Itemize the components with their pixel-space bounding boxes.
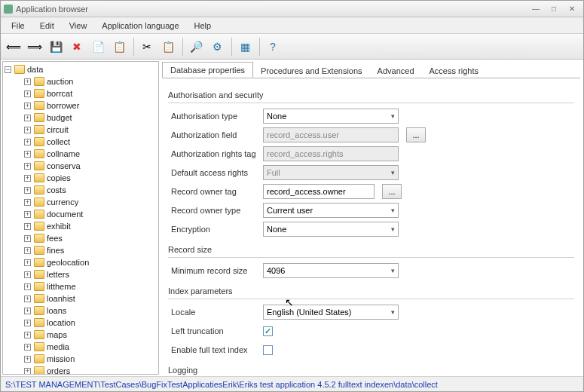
tree-item[interactable]: +document xyxy=(3,208,158,220)
find-button[interactable]: 🔎 xyxy=(186,37,206,57)
tree-item[interactable]: +exhibit xyxy=(3,220,158,232)
tree-expand-icon[interactable]: + xyxy=(24,320,31,326)
menu-applang[interactable]: Application language xyxy=(94,19,186,32)
select-auth-type[interactable]: None▾ xyxy=(263,109,399,124)
tree-expand-icon[interactable]: + xyxy=(24,103,31,109)
delete-button[interactable]: ✖ xyxy=(67,37,87,57)
tree-expand-icon[interactable]: + xyxy=(24,271,31,278)
tree-item[interactable]: +location xyxy=(3,317,158,329)
tree-expand-icon[interactable]: + xyxy=(24,151,31,158)
back-button[interactable]: ⟸ xyxy=(4,37,23,57)
close-button[interactable]: ✕ xyxy=(564,3,580,15)
tab-procedures-extensions[interactable]: Procedures and Extensions xyxy=(253,63,370,78)
run-button[interactable]: ⚙ xyxy=(207,37,227,57)
tree-expand-icon[interactable]: + xyxy=(24,332,31,338)
tree-expand-icon[interactable]: + xyxy=(24,163,31,170)
tree-expand-icon[interactable]: + xyxy=(24,139,31,145)
tree-item[interactable]: +costs xyxy=(3,184,158,196)
tree-expand-icon[interactable]: + xyxy=(24,296,31,302)
menu-help[interactable]: Help xyxy=(187,19,219,32)
tree-expand-icon[interactable]: + xyxy=(24,247,31,254)
tree-item[interactable]: +collect xyxy=(3,136,158,148)
tree-item[interactable]: +maps xyxy=(3,329,158,341)
tree-item[interactable]: +currency xyxy=(3,196,158,208)
select-locale[interactable]: English (United States)▾ xyxy=(263,305,399,320)
tab-advanced[interactable]: Advanced xyxy=(370,63,422,78)
folder-icon xyxy=(34,77,44,86)
tree-expand-icon[interactable]: + xyxy=(24,90,31,97)
tree-expand-icon[interactable]: + xyxy=(24,175,31,182)
tree-item-label: fees xyxy=(47,234,63,243)
tree-item-label: littheme xyxy=(47,282,76,291)
folder-icon xyxy=(34,185,44,194)
tab-database-properties[interactable]: Database properties xyxy=(162,62,253,78)
new-button[interactable]: 📄 xyxy=(88,37,108,57)
tree-item[interactable]: +auction xyxy=(3,75,158,87)
tree-expand-icon[interactable]: + xyxy=(24,368,31,375)
folder-icon xyxy=(34,246,44,255)
tree-item[interactable]: +copies xyxy=(3,172,158,184)
tree-item-label: currency xyxy=(47,198,78,207)
tree-item[interactable]: +media xyxy=(3,341,158,353)
tree-item[interactable]: +letters xyxy=(3,268,158,280)
tree-expand-icon[interactable]: + xyxy=(24,235,31,242)
select-owner-type[interactable]: Current user▾ xyxy=(263,203,399,218)
tree-item[interactable]: +collname xyxy=(3,148,158,160)
maximize-button[interactable]: □ xyxy=(546,3,562,15)
tree-item[interactable]: +circuit xyxy=(3,124,158,136)
tree-item[interactable]: +loanhist xyxy=(3,292,158,305)
tree-expand-icon[interactable]: + xyxy=(24,211,31,218)
tree-item-label: budget xyxy=(47,113,72,122)
tree-item-label: orders xyxy=(47,366,70,374)
tree-expand-icon[interactable]: + xyxy=(24,223,31,230)
tree-item[interactable]: +geolocation xyxy=(3,256,158,268)
browse-auth-field[interactable]: ... xyxy=(406,127,426,142)
tree-expand-icon[interactable]: + xyxy=(24,115,31,121)
tree-expand-icon[interactable]: + xyxy=(24,78,31,85)
menu-edit[interactable]: Edit xyxy=(32,19,62,32)
select-encryption[interactable]: None▾ xyxy=(263,222,399,237)
tree-item[interactable]: +mission xyxy=(3,353,158,365)
tree-collapse-icon[interactable]: − xyxy=(5,66,11,73)
input-owner-tag[interactable]: record_access.owner xyxy=(263,184,375,199)
tree-item-label: loans xyxy=(47,306,66,315)
help-button[interactable]: ? xyxy=(263,37,283,57)
tree-expand-icon[interactable]: + xyxy=(24,356,31,363)
cut-button[interactable]: ✂ xyxy=(137,37,157,57)
paste-button[interactable]: 📋 xyxy=(158,37,178,57)
tree-item-label: fines xyxy=(47,246,64,255)
tree-item[interactable]: +budget xyxy=(3,112,158,124)
tree-expand-icon[interactable]: + xyxy=(24,283,31,290)
checkbox-left-trunc[interactable]: ✓ xyxy=(263,326,273,336)
tree-item[interactable]: +orders xyxy=(3,365,158,374)
properties-button[interactable]: ▦ xyxy=(235,37,255,57)
tree-item[interactable]: +borrower xyxy=(3,100,158,112)
save-button[interactable]: 💾 xyxy=(46,37,66,57)
tree-item[interactable]: +borrcat xyxy=(3,87,158,100)
tree-expand-icon[interactable]: + xyxy=(24,308,31,314)
tree-expand-icon[interactable]: + xyxy=(24,127,31,133)
tab-access-rights[interactable]: Access rights xyxy=(422,63,486,78)
browse-owner-tag[interactable]: ... xyxy=(382,184,402,199)
tree-item[interactable]: +fees xyxy=(3,232,158,244)
tree-expand-icon[interactable]: + xyxy=(24,187,31,194)
tree-expand-icon[interactable]: + xyxy=(24,199,31,206)
tree-item[interactable]: +fines xyxy=(3,244,158,256)
tree-pane: −data+auction+borrcat+borrower+budget+ci… xyxy=(2,61,159,375)
form-body[interactable]: Authorisation and security Authorisation… xyxy=(162,78,580,376)
minimize-button[interactable]: — xyxy=(527,3,544,15)
tree-scroll[interactable]: −data+auction+borrcat+borrower+budget+ci… xyxy=(3,62,158,374)
copy-button[interactable]: 📋 xyxy=(109,37,129,57)
tree-root-label[interactable]: data xyxy=(27,65,43,74)
tree-expand-icon[interactable]: + xyxy=(24,344,31,351)
tree-expand-icon[interactable]: + xyxy=(24,259,31,266)
menu-view[interactable]: View xyxy=(62,19,95,32)
select-min-record[interactable]: 4096▾ xyxy=(263,263,399,278)
checkbox-fulltext[interactable] xyxy=(263,345,273,355)
folder-icon xyxy=(34,149,44,158)
forward-button[interactable]: ⟹ xyxy=(25,37,44,57)
tree-item[interactable]: +littheme xyxy=(3,280,158,292)
tree-item[interactable]: +loans xyxy=(3,305,158,317)
menu-file[interactable]: File xyxy=(4,19,32,32)
tree-item[interactable]: +conserva xyxy=(3,160,158,172)
